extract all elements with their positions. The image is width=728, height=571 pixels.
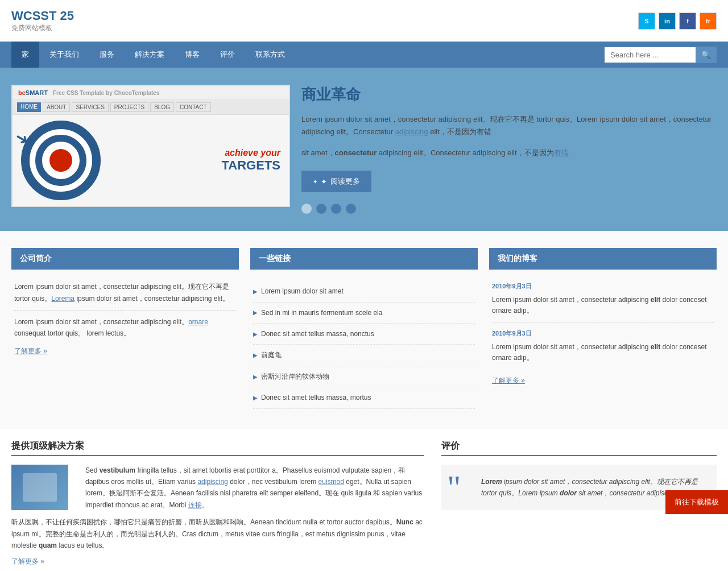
solution-extra-text: 听从医嘱，不让任何疾病困扰你，哪怕它只是痛苦的折磨，而听从医嘱和喝响。Aenea… <box>11 516 424 551</box>
ornare-link[interactable]: ornare <box>188 318 208 326</box>
euismod-link[interactable]: euismod <box>318 478 344 486</box>
hero-body: Lorem ipsum dolor sit amet，consectetur a… <box>301 113 717 138</box>
quote-mark: " <box>447 470 461 504</box>
solution-more-link[interactable]: 了解更多 <box>11 557 44 565</box>
download-button[interactable]: 前往下载模板 <box>665 490 728 514</box>
solution-title: 提供顶级解决方案 <box>11 440 424 456</box>
social-icons: S in f fr <box>638 13 717 30</box>
list-item[interactable]: Donec sit amet tellus massa, nonctus <box>253 324 475 345</box>
blog-text-1: Lorem ipsum dolor sit amet，consectetur a… <box>492 295 714 316</box>
bottom-section: 提供顶级解决方案 Sed vestibulum fringilla tellus… <box>0 429 728 571</box>
morbi-link[interactable]: 连接 <box>188 501 202 509</box>
list-item[interactable]: 密斯河沿岸的软体动物 <box>253 366 475 387</box>
linkedin-icon[interactable]: in <box>659 13 676 30</box>
company-more-link[interactable]: 了解更多 <box>14 345 47 357</box>
blog-text-2: Lorem ipsum dolor sit amet，consectetur a… <box>492 342 714 363</box>
nav-item-blog[interactable]: 博客 <box>175 42 210 68</box>
hero-content: 商业革命 Lorem ipsum dolor sit amet，consecte… <box>301 85 717 214</box>
blog-content: 2010年9月3日 Lorem ipsum dolor sit amet，con… <box>489 278 717 390</box>
nav-item-about[interactable]: 关于我们 <box>39 42 89 68</box>
nav-links: 家 关于我们 服务 解决方案 博客 评价 联系方式 <box>11 42 295 68</box>
testimonial-title: 评价 <box>441 440 717 456</box>
solution-image <box>11 465 68 510</box>
hero-body2: sit amet，consectetur adipiscing elit。Con… <box>301 147 717 159</box>
facebook-icon[interactable]: f <box>679 13 696 30</box>
three-columns: 公司简介 Lorem ipsum dolor sit amet，consecte… <box>0 231 728 428</box>
site-title: WCSST 25 <box>11 9 74 23</box>
hero-image: beSMART Free CSS Template by ChocoTempla… <box>11 85 290 207</box>
links-content: Lorem ipsum dolor sit amet Sed in mi in … <box>250 278 478 411</box>
nav-item-testimonials[interactable]: 评价 <box>210 42 245 68</box>
hero-dots <box>301 204 717 214</box>
blog-date-1: 2010年9月3日 <box>492 281 714 292</box>
blog-column: 我们的博客 2010年9月3日 Lorem ipsum dolor sit am… <box>489 248 717 411</box>
hero-dot-1[interactable] <box>301 204 312 214</box>
navigation: 家 关于我们 服务 解决方案 博客 评价 联系方式 🔍 <box>0 42 728 68</box>
list-item[interactable]: Lorem ipsum dolor sit amet <box>253 281 475 302</box>
site-branding: WCSST 25 免费网站模板 <box>11 9 74 33</box>
search-button[interactable]: 🔍 <box>696 47 717 63</box>
hero-dot-2[interactable] <box>316 204 326 214</box>
hero-section: beSMART Free CSS Template by ChocoTempla… <box>0 68 728 231</box>
company-intro-column: 公司简介 Lorem ipsum dolor sit amet，consecte… <box>11 248 239 411</box>
hero-dot-4[interactable] <box>346 204 356 214</box>
skype-icon[interactable]: S <box>638 13 655 30</box>
company-intro-content: Lorem ipsum dolor sit amet，consectetur a… <box>11 278 239 359</box>
rss-icon[interactable]: fr <box>700 13 717 30</box>
blog-more-link[interactable]: 了解更多 <box>492 375 525 386</box>
hero-title: 商业革命 <box>301 85 717 105</box>
search-bar: 🔍 <box>605 47 717 63</box>
hero-dot-3[interactable] <box>331 204 341 214</box>
links-column: 一些链接 Lorem ipsum dolor sit amet Sed in m… <box>250 248 478 411</box>
adipiscing-link[interactable]: adipiscing <box>197 478 228 486</box>
lorema-link[interactable]: Lorema <box>51 295 75 303</box>
search-input[interactable] <box>605 47 696 63</box>
solution-section: 提供顶级解决方案 Sed vestibulum fringilla tellus… <box>11 440 424 567</box>
nav-item-home[interactable]: 家 <box>11 42 39 68</box>
header: WCSST 25 免费网站模板 S in f fr <box>0 0 728 42</box>
blog-date-2: 2010年9月3日 <box>492 328 714 339</box>
list-item[interactable]: Sed in mi in mauris fermentum scele ela <box>253 303 475 324</box>
list-item[interactable]: Donec sit amet tellus massa, mortus <box>253 387 475 408</box>
read-more-button[interactable]: ✦ 阅读更多 <box>301 171 371 192</box>
nav-item-services[interactable]: 服务 <box>89 42 125 68</box>
solution-text: Sed vestibulum fringilla tellus，sit amet… <box>85 465 424 511</box>
company-intro-header: 公司简介 <box>11 248 239 270</box>
links-header: 一些链接 <box>250 248 478 270</box>
nav-item-solutions[interactable]: 解决方案 <box>125 42 175 68</box>
list-item[interactable]: 前庭龟 <box>253 345 475 366</box>
nav-item-contact[interactable]: 联系方式 <box>245 42 295 68</box>
site-subtitle: 免费网站模板 <box>11 23 74 33</box>
blog-header: 我们的博客 <box>489 248 717 270</box>
